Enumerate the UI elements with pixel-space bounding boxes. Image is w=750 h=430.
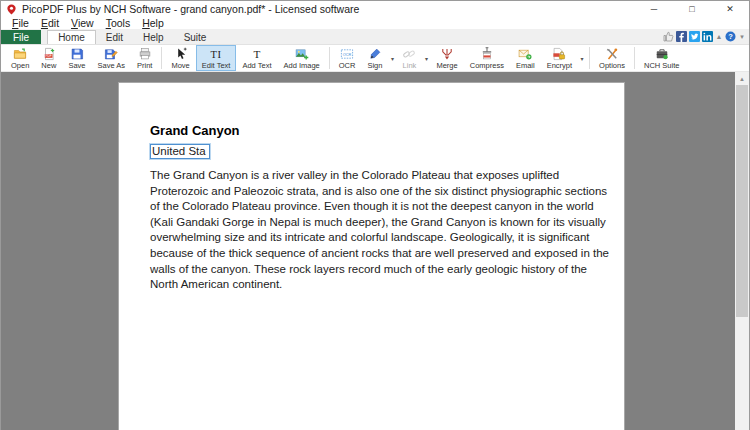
facebook-icon[interactable] [676,31,687,42]
window-title: PicoPDF Plus by NCH Software - grand can… [22,3,359,15]
merge-button[interactable]: Merge [430,45,463,71]
move-cursor-icon [174,47,188,61]
add-text-button[interactable]: T Add Text [236,45,277,71]
svg-text:T: T [254,48,261,60]
email-button[interactable]: Email [510,45,541,71]
minimize-button[interactable]: ─ [635,1,673,17]
menubar: File Edit View Tools Help [1,17,749,30]
document-heading[interactable]: Grand Canyon [150,123,593,138]
link-button: Link [396,45,422,71]
nch-suite-icon [655,47,669,61]
link-dropdown-arrow: ▾ [422,45,430,71]
picopdf-window: PicoPDF Plus by NCH Software - grand can… [0,0,750,430]
thumbs-up-icon[interactable] [663,31,674,42]
ocr-button[interactable]: OCR OCR [333,45,362,71]
twitter-icon[interactable] [689,31,700,42]
encrypt-lock-icon [552,47,566,61]
nch-suite-button[interactable]: NCH Suite [638,45,685,71]
svg-text:OCR: OCR [343,53,352,57]
add-text-icon: T [250,47,264,61]
svg-text:T: T [210,49,217,60]
link-icon [402,47,416,61]
titlebar: PicoPDF Plus by NCH Software - grand can… [1,1,749,17]
svg-text:?: ? [728,32,733,41]
social-links: ▲ ? ▾ [663,31,746,42]
document-paragraph[interactable]: The Grand Canyon is a river valley in th… [150,168,616,293]
encrypt-dropdown-arrow[interactable]: ▾ [578,45,586,71]
compress-button[interactable]: Compress [464,45,510,71]
vertical-scrollbar[interactable]: ▲ [735,72,749,430]
merge-icon [440,47,454,61]
new-button[interactable]: PDF New [35,45,62,71]
tab-home[interactable]: Home [47,30,96,44]
document-workarea: Grand Canyon United Sta The Grand Canyon… [1,72,749,430]
toolbar-separator [589,47,590,69]
linkedin-icon[interactable] [702,31,713,42]
tab-edit[interactable]: Edit [96,30,133,44]
tab-file[interactable]: File [1,30,41,44]
email-icon [518,47,532,61]
text-edit-box[interactable]: United Sta [150,144,210,159]
app-icon [6,4,17,15]
close-button[interactable]: ✕ [711,1,749,17]
svg-text:PDF: PDF [45,54,51,58]
save-icon [70,47,84,61]
menu-edit[interactable]: Edit [35,17,65,29]
new-document-icon: PDF [42,47,56,61]
edit-text-icon: T I [209,47,223,61]
help-icon[interactable]: ? [725,31,736,42]
collapse-ribbon-icon[interactable]: ▲ [715,31,723,42]
options-tools-icon [605,47,619,61]
move-button[interactable]: Move [165,45,195,71]
tab-suite[interactable]: Suite [174,30,217,44]
menu-tools[interactable]: Tools [100,17,137,29]
svg-text:I: I [217,49,221,60]
compress-icon [480,47,494,61]
scroll-up-button[interactable]: ▲ [735,72,749,85]
more-dropdown-icon[interactable]: ▾ [738,31,746,42]
print-icon [138,47,152,61]
window-controls: ─ □ ✕ [635,1,749,17]
sign-button[interactable]: Sign [361,45,388,71]
encrypt-button[interactable]: Encrypt [541,45,578,71]
sign-dropdown-arrow[interactable]: ▾ [388,45,396,71]
print-button[interactable]: Print [131,45,158,71]
save-as-button[interactable]: Save As [91,45,131,71]
menu-file[interactable]: File [6,17,35,29]
maximize-button[interactable]: □ [673,1,711,17]
add-image-icon [295,47,309,61]
toolbar: Open PDF New Save [1,45,749,72]
toolbar-separator [161,47,162,69]
options-button[interactable]: Options [593,45,631,71]
ribbon-tabs: File Home Edit Help Suite ▲ [1,30,749,45]
save-as-icon [104,47,118,61]
toolbar-separator [329,47,330,69]
menu-help[interactable]: Help [136,17,170,29]
toolbar-separator [634,47,635,69]
edit-text-button[interactable]: T I Edit Text [196,45,237,71]
open-folder-icon [13,47,27,61]
sign-pen-icon [368,47,382,61]
add-image-button[interactable]: Add Image [277,45,325,71]
open-button[interactable]: Open [5,45,35,71]
save-button[interactable]: Save [62,45,91,71]
pdf-page[interactable]: Grand Canyon United Sta The Grand Canyon… [118,82,625,430]
menu-view[interactable]: View [65,17,100,29]
tab-help[interactable]: Help [133,30,174,44]
scrollbar-thumb[interactable] [736,85,748,317]
ocr-icon: OCR [340,47,354,61]
